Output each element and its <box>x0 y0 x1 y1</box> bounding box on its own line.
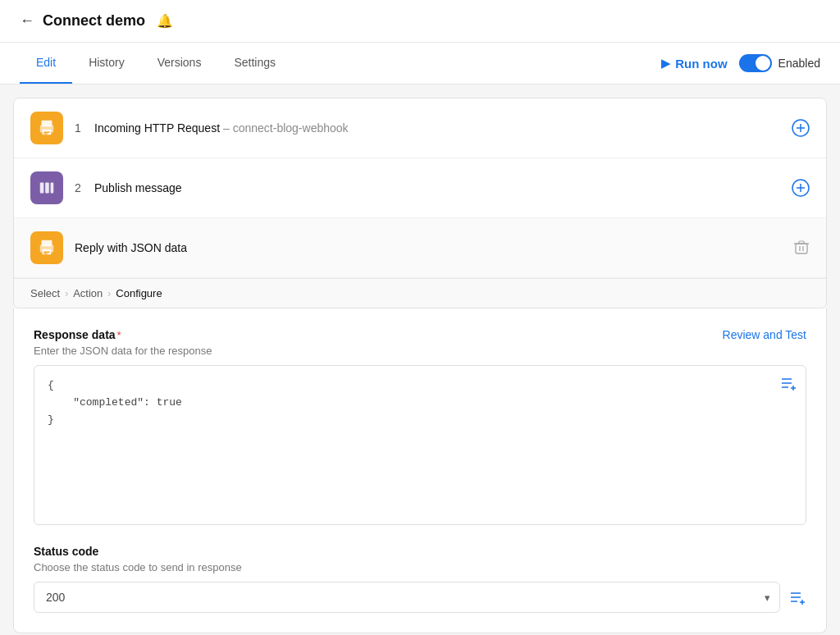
svg-rect-23 <box>799 241 804 244</box>
step-2-add-button[interactable] <box>792 179 810 197</box>
play-icon: ▶ <box>661 57 670 70</box>
page-title: Connect demo <box>43 12 145 30</box>
active-step-row[interactable]: Reply with JSON data <box>14 218 826 278</box>
tab-history[interactable]: History <box>72 43 141 84</box>
breadcrumb-configure[interactable]: Configure <box>116 287 162 299</box>
status-code-section: Status code Choose the status code to se… <box>34 545 806 633</box>
tab-edit[interactable]: Edit <box>20 43 72 84</box>
tab-versions[interactable]: Versions <box>141 43 218 84</box>
required-marker: * <box>117 329 121 341</box>
response-data-input[interactable] <box>34 366 806 522</box>
toggle-wrap: Enabled <box>739 54 820 72</box>
active-step-name: Reply with JSON data <box>75 241 187 254</box>
code-actions <box>779 374 797 392</box>
status-code-desc: Choose the status code to send in respon… <box>34 561 806 573</box>
step-2-icon <box>30 171 63 204</box>
workflow-step-2[interactable]: 2 Publish message <box>14 158 826 218</box>
step-2-number: 2 <box>75 181 86 194</box>
step-1-icon <box>30 112 63 144</box>
status-add-mapping-button[interactable] <box>788 588 806 606</box>
response-data-header: Response data* Review and Test <box>34 328 806 341</box>
step-2-name: Publish message <box>94 181 182 194</box>
svg-rect-3 <box>43 132 49 133</box>
breadcrumb-sep-2: › <box>107 288 111 299</box>
main-content: 1 Incoming HTTP Request – connect-blog-w… <box>0 98 840 635</box>
response-data-desc: Enter the JSON data for the response <box>34 345 806 357</box>
tab-bar-actions: ▶ Run now Enabled <box>661 54 820 72</box>
svg-rect-17 <box>43 252 49 253</box>
back-icon: ← <box>20 12 34 30</box>
breadcrumb-sep-1: › <box>65 288 68 299</box>
run-now-button[interactable]: ▶ Run now <box>661 57 727 71</box>
back-button[interactable]: ← <box>20 12 34 30</box>
status-code-select[interactable]: 200 201 400 401 403 404 500 <box>34 582 780 613</box>
form-section: Response data* Review and Test Enter the… <box>13 308 827 633</box>
status-select-wrap: 200 201 400 401 403 404 500 ▾ <box>34 582 780 613</box>
step-1-name: Incoming HTTP Request <box>94 121 220 135</box>
workflow-step-1[interactable]: 1 Incoming HTTP Request – connect-blog-w… <box>14 98 826 158</box>
top-bar: ← Connect demo 🔔 <box>0 0 840 43</box>
code-editor-wrap <box>34 365 806 525</box>
svg-rect-18 <box>43 253 48 254</box>
breadcrumb: Select › Action › Configure <box>14 278 826 308</box>
svg-rect-19 <box>796 244 807 254</box>
response-data-label: Response data <box>34 328 116 341</box>
bell-icon[interactable]: 🔔 <box>157 13 173 29</box>
svg-rect-9 <box>45 183 49 194</box>
svg-rect-4 <box>43 133 48 134</box>
svg-rect-10 <box>51 183 54 194</box>
code-add-mapping-button[interactable] <box>779 374 797 392</box>
tab-bar: Edit History Versions Settings ▶ Run now… <box>0 43 840 85</box>
step-1-add-button[interactable] <box>792 119 810 137</box>
status-code-label: Status code <box>34 545 806 558</box>
active-step-delete-button[interactable] <box>793 240 810 256</box>
tabs-container: Edit History Versions Settings <box>20 43 661 84</box>
status-code-row: 200 201 400 401 403 404 500 ▾ <box>34 582 806 613</box>
response-data-label-wrap: Response data* <box>34 328 121 341</box>
tab-settings[interactable]: Settings <box>217 43 292 84</box>
enabled-toggle[interactable] <box>739 54 772 72</box>
breadcrumb-action[interactable]: Action <box>73 287 103 299</box>
step-1-subtitle: – connect-blog-webhook <box>223 121 349 135</box>
breadcrumb-select[interactable]: Select <box>30 287 60 299</box>
step-1-number: 1 <box>75 121 86 135</box>
active-step-icon <box>30 231 63 264</box>
svg-rect-8 <box>40 183 44 194</box>
run-now-label: Run now <box>675 57 727 71</box>
workflow-section: 1 Incoming HTTP Request – connect-blog-w… <box>13 98 827 308</box>
review-and-test-link[interactable]: Review and Test <box>723 328 806 341</box>
enabled-label: Enabled <box>778 57 820 70</box>
